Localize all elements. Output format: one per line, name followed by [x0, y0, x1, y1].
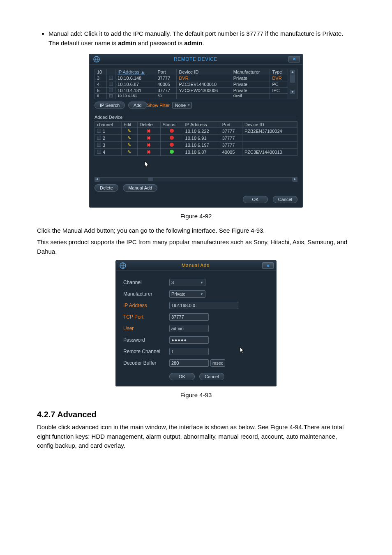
delete-icon[interactable]: ✖ — [147, 135, 151, 141]
status-dot-icon — [170, 143, 174, 147]
row-checkbox[interactable] — [109, 94, 113, 97]
decoder-buffer-field[interactable]: 280 — [169, 359, 209, 367]
figure-caption-4-93: Figure 4-93 — [37, 391, 355, 398]
col-port[interactable]: Port — [155, 69, 177, 75]
table-row[interactable]: 3 ✎ ✖ 10.10.6.197 37777 — [95, 141, 297, 148]
delete-icon[interactable]: ✖ — [147, 149, 151, 155]
table-row[interactable]: 4 10.10.6.87 40005 PZC3EV14400010 Privat… — [95, 81, 297, 87]
col-ip-address: IP Address ▲ — [115, 69, 155, 75]
dialog-title: Manual Add — [129, 263, 262, 268]
table-row[interactable]: 1 ✎ ✖ 10.10.6.222 37777 PZB2EN37100024 — [95, 127, 297, 134]
col-device-id[interactable]: Device ID — [177, 69, 231, 75]
col-status[interactable]: Status — [160, 121, 183, 127]
cursor-icon — [144, 161, 150, 168]
bullet-admin1: admin — [118, 39, 136, 46]
paragraph-advanced: Double click advanced icon in the main w… — [37, 423, 355, 451]
row-checkbox[interactable] — [97, 143, 101, 147]
label-decoder-buffer: Decoder Buffer — [123, 360, 169, 366]
close-button[interactable]: ✕ — [288, 56, 300, 62]
label-password: Password — [123, 337, 169, 343]
decoder-buffer-unit: msec — [210, 359, 225, 367]
figure-caption-4-92: Figure 4-92 — [37, 213, 355, 220]
row-checkbox[interactable] — [109, 76, 113, 80]
bullet-manual-add: Manual add: Click it to add the IPC manu… — [48, 29, 355, 48]
label-remote-channel: Remote Channel — [123, 349, 169, 354]
row-checkbox[interactable] — [109, 82, 113, 86]
label-manufacturer: Manufacturer — [123, 291, 169, 297]
user-field[interactable]: admin — [169, 325, 209, 332]
col-check — [107, 69, 115, 75]
scroll-right-icon[interactable]: ► — [293, 177, 297, 182]
ok-button[interactable]: OK — [243, 196, 268, 203]
remote-device-dialog: REMOTE DEVICE ✕ 10 IP Address ▲ Port Dev… — [89, 54, 303, 208]
status-dot-icon — [170, 150, 174, 154]
delete-icon[interactable]: ✖ — [147, 142, 151, 148]
manual-add-dialog: Manual Add ✕ Channel 3 Manufacturer Priv… — [115, 260, 277, 386]
col-type[interactable]: Type — [270, 69, 288, 75]
title-bar: Manual Add ✕ — [116, 261, 276, 271]
label-user: User — [123, 326, 169, 331]
remote-channel-field[interactable]: 1 — [169, 348, 209, 355]
paragraph-manual-add: Click the Manual Add button; you can go … — [37, 226, 355, 236]
edit-icon[interactable]: ✎ — [127, 128, 131, 133]
manual-add-button[interactable]: Manual Add — [123, 184, 157, 192]
col-count[interactable]: 10 — [95, 69, 107, 75]
label-ip-address: IP Address — [123, 303, 169, 308]
scroll-down-icon[interactable]: ▼ — [290, 90, 295, 94]
edit-icon[interactable]: ✎ — [127, 142, 131, 147]
col-edit[interactable]: Edit — [121, 121, 137, 127]
close-button[interactable]: ✕ — [262, 262, 274, 269]
scroll-thumb[interactable] — [148, 177, 153, 181]
cursor-icon — [239, 347, 245, 354]
scroll-left-icon[interactable]: ◄ — [95, 177, 99, 182]
label-tcp-port: TCP Port — [123, 314, 169, 320]
vertical-scrollbar[interactable]: ▲ ▼ — [288, 69, 297, 99]
title-bar: REMOTE DEVICE ✕ — [90, 54, 302, 65]
row-checkbox[interactable] — [97, 129, 101, 133]
cancel-button[interactable]: Cancel — [273, 196, 297, 203]
paragraph-supports: This series product supports the IPC fro… — [37, 238, 355, 256]
col-manufacturer[interactable]: Manufacturer — [231, 69, 270, 75]
bullet-mid: and password is — [136, 39, 184, 46]
status-dot-icon — [170, 129, 174, 133]
table-row[interactable]: 6 10.10.4.151 80 Onvif — [95, 93, 297, 99]
table-row[interactable]: 4 ✎ ✖ 10.10.6.87 40005 PZC3EV14400010 — [95, 148, 297, 155]
section-heading-advanced: 4.2.7 Advanced — [37, 410, 355, 419]
col-channel[interactable]: channel — [95, 121, 122, 127]
edit-icon[interactable]: ✎ — [127, 135, 131, 140]
col-ip[interactable]: IP Address — [183, 121, 220, 127]
bullet-admin2: admin — [184, 39, 202, 46]
row-checkbox[interactable] — [97, 136, 101, 140]
ip-search-button[interactable]: IP Search — [95, 102, 125, 109]
password-field[interactable]: ●●●●● — [169, 336, 209, 344]
edit-icon[interactable]: ✎ — [127, 149, 131, 154]
app-icon — [93, 56, 100, 63]
horizontal-scrollbar[interactable]: ◄ ► — [95, 177, 297, 182]
scroll-up-icon[interactable]: ▲ — [290, 70, 295, 74]
table-row[interactable]: 5 10.10.4.181 37777 YZC3EW04300006 Priva… — [95, 87, 297, 93]
add-button[interactable]: Add — [128, 102, 147, 109]
added-devices-table: channel Edit Delete Status IP Address Po… — [95, 121, 297, 156]
row-checkbox[interactable] — [97, 150, 101, 154]
ok-button[interactable]: OK — [169, 373, 195, 380]
delete-icon[interactable]: ✖ — [147, 128, 151, 134]
scroll-thumb[interactable] — [290, 74, 295, 83]
row-checkbox[interactable] — [109, 88, 113, 92]
ip-address-field[interactable]: 192.168.0.0 — [169, 302, 238, 309]
delete-button[interactable]: Delete — [95, 184, 118, 192]
app-icon — [119, 262, 127, 269]
channel-select[interactable]: 3 — [169, 279, 205, 286]
dialog-title: REMOTE DEVICE — [103, 56, 288, 62]
show-filter-label: Show Filter — [147, 103, 170, 108]
show-filter-select[interactable]: None — [172, 102, 192, 109]
tcp-port-field[interactable]: 37777 — [169, 313, 209, 321]
sort-arrow-icon: ▲ — [141, 69, 145, 74]
manufacturer-select[interactable]: Private — [169, 290, 205, 298]
col-port2[interactable]: Port — [220, 121, 242, 127]
col-device-id2[interactable]: Device ID — [242, 121, 297, 127]
cancel-button[interactable]: Cancel — [199, 373, 224, 380]
table-row[interactable]: 3 10.10.6.148 37777 DVR Private DVR — [95, 75, 297, 81]
table-row[interactable]: 2 ✎ ✖ 10.10.6.91 37777 — [95, 134, 297, 141]
col-delete[interactable]: Delete — [137, 121, 160, 127]
discovered-devices-table: 10 IP Address ▲ Port Device ID Manufactu… — [95, 69, 297, 99]
